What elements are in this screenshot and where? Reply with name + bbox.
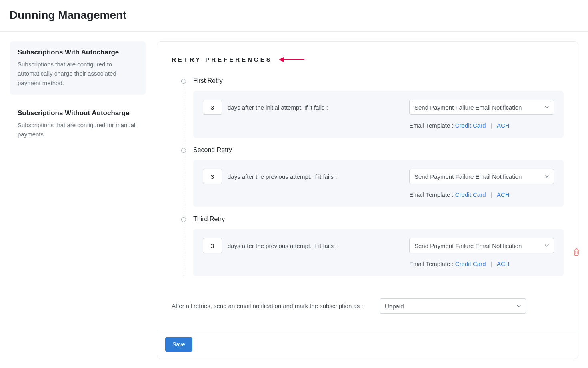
retry-action-select[interactable]: Send Payment Failure Email Notification [409,238,554,253]
template-link-credit-card[interactable]: Credit Card [455,122,486,129]
arrow-left-icon [279,57,304,62]
page-title: Dunning Management [10,9,578,22]
sidebar-item-title: Subscriptions With Autocharge [18,48,138,56]
sidebar-item-desc: Subscriptions that are configured for ma… [18,120,138,139]
retry-step-3: Third Retry days after the previous atte… [181,216,564,276]
delete-retry-button[interactable] [573,248,580,257]
template-separator: | [491,122,492,129]
main-panel: RETRY PREFERENCES First Retry days after… [157,41,578,359]
retry-action-select[interactable]: Send Payment Failure Email Notification [409,100,554,115]
section-title: RETRY PREFERENCES [172,56,272,63]
email-template-row: Email Template : Credit Card | ACH [409,260,554,267]
retry-days-input[interactable] [203,100,222,115]
retry-days-text: days after the previous attempt. If it f… [228,173,337,180]
sidebar-item-with-autocharge[interactable]: Subscriptions With Autocharge Subscripti… [10,41,146,95]
template-link-credit-card[interactable]: Credit Card [455,260,486,267]
retry-days-input[interactable] [203,238,222,253]
sidebar-item-desc: Subscriptions that are configured to aut… [18,60,138,88]
retry-timeline: First Retry days after the initial attem… [181,77,564,276]
content-wrap: Subscriptions With Autocharge Subscripti… [0,32,588,368]
email-template-row: Email Template : Credit Card | ACH [409,191,554,198]
retry-step-2: Second Retry days after the previous att… [181,146,564,216]
email-template-row: Email Template : Credit Card | ACH [409,122,554,129]
final-row: After all retries, send an email notific… [172,298,564,314]
email-template-label: Email Template : [409,260,454,267]
template-separator: | [491,260,492,267]
sidebar: Subscriptions With Autocharge Subscripti… [10,41,146,146]
timeline-dot-icon [181,148,186,153]
retry-action-select[interactable]: Send Payment Failure Email Notification [409,169,554,184]
panel-footer: Save [157,330,578,359]
retry-card: days after the initial attempt. If it fa… [193,91,564,138]
template-link-credit-card[interactable]: Credit Card [455,191,486,198]
save-button[interactable]: Save [165,337,192,352]
timeline-dot-icon [181,79,186,84]
sidebar-item-without-autocharge[interactable]: Subscriptions Without Autocharge Subscri… [10,102,146,146]
page-header: Dunning Management [0,0,588,32]
final-text: After all retries, send an email notific… [172,301,364,310]
svg-marker-1 [279,57,284,62]
retry-step-label: First Retry [193,77,564,84]
trash-icon [573,248,580,256]
final-status-value: Unpaid [385,303,404,310]
retry-card: days after the previous attempt. If it f… [193,229,564,276]
template-link-ach[interactable]: ACH [497,122,510,129]
timeline-dot-icon [181,217,186,222]
retry-card: days after the previous attempt. If it f… [193,160,564,207]
email-template-label: Email Template : [409,122,454,129]
retry-step-1: First Retry days after the initial attem… [181,77,564,146]
retry-days-input[interactable] [203,169,222,184]
retry-action-value: Send Payment Failure Email Notification [414,242,522,249]
template-link-ach[interactable]: ACH [497,260,510,267]
section-title-row: RETRY PREFERENCES [172,56,564,63]
retry-action-value: Send Payment Failure Email Notification [414,173,522,180]
retry-days-text: days after the previous attempt. If it f… [228,242,337,249]
retry-days-text: days after the initial attempt. If it fa… [228,104,328,111]
template-link-ach[interactable]: ACH [497,191,510,198]
email-template-label: Email Template : [409,191,454,198]
sidebar-item-title: Subscriptions Without Autocharge [18,109,138,117]
retry-step-label: Third Retry [193,216,564,223]
retry-step-label: Second Retry [193,146,564,154]
retry-action-value: Send Payment Failure Email Notification [414,104,522,111]
final-status-select[interactable]: Unpaid [380,298,526,314]
template-separator: | [491,191,492,198]
